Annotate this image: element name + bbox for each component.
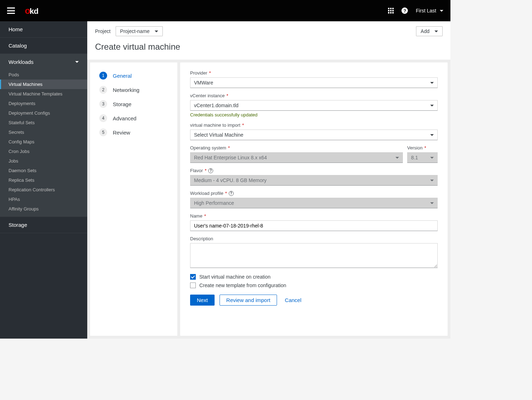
name-field: Name * [190, 213, 438, 231]
start-on-creation-checkbox[interactable] [190, 274, 196, 280]
step-label: Storage [113, 101, 132, 107]
step-label: Advanced [113, 115, 137, 121]
step-label: Review [113, 130, 130, 136]
menu-toggle-button[interactable] [7, 7, 15, 14]
vcenter-field: vCenter instance * vCenter1.domain.tld C… [190, 93, 438, 117]
os-label: Operating system [190, 145, 226, 150]
review-and-import-button[interactable]: Review and import [220, 295, 277, 306]
step-number: 5 [99, 128, 107, 136]
description-field: Description [190, 236, 438, 269]
version-select[interactable]: 8.1 [407, 152, 438, 163]
logo: o kd [25, 5, 38, 16]
add-label: Add [421, 28, 430, 34]
wizard-step-networking[interactable]: 2 Networking [99, 86, 168, 94]
add-button[interactable]: Add [416, 26, 443, 36]
wizard-step-review[interactable]: 5 Review [99, 128, 168, 136]
provider-value: VMWare [194, 80, 213, 86]
step-number: 1 [99, 72, 107, 80]
chevron-down-icon [434, 31, 438, 32]
wizard-step-general[interactable]: 1 General [99, 72, 168, 80]
step-label: Networking [113, 87, 139, 93]
description-label: Description [190, 236, 213, 241]
sidebar-sub-stateful-sets[interactable]: Stateful Sets [0, 118, 87, 127]
sidebar-sub-deployments[interactable]: Deployments [0, 99, 87, 108]
sidebar-sub-hpas[interactable]: HPAs [0, 194, 87, 204]
vcenter-select[interactable]: vCenter1.domain.tld [190, 100, 438, 111]
chevron-down-icon [430, 202, 434, 204]
required-icon: * [242, 122, 244, 128]
sidebar-sub-secrets[interactable]: Secrets [0, 127, 87, 137]
sidebar-sub-deployment-configs[interactable]: Deployment Configs [0, 108, 87, 118]
page-title: Create virtual machine [87, 36, 450, 60]
chevron-down-icon [430, 134, 434, 136]
sidebar-sub-jobs[interactable]: Jobs [0, 156, 87, 166]
user-menu[interactable]: First Last [416, 8, 443, 13]
topbar-icons: ? First Last [388, 7, 443, 14]
sidebar-sub-vms[interactable]: Virtual Machines [0, 80, 87, 89]
step-label: General [113, 73, 132, 79]
wizard-step-advanced[interactable]: 4 Advanced [99, 114, 168, 122]
provider-select[interactable]: VMWare [190, 77, 438, 88]
step-number: 2 [99, 86, 107, 94]
project-name: Project-name [120, 28, 150, 34]
chevron-down-icon [440, 10, 443, 12]
workloads-subitems: Pods Virtual Machines Virtual Machine Te… [0, 70, 87, 217]
sidebar-item-home[interactable]: Home [0, 21, 87, 38]
sidebar-sub-affinity-groups[interactable]: Affinity Groups [0, 204, 87, 214]
chevron-down-icon [430, 157, 434, 159]
step-number: 4 [99, 114, 107, 122]
sidebar: Home Catalog Workloads Pods Virtual Mach… [0, 21, 87, 339]
workload-profile-field: Workload profile * ? High Performance [190, 191, 438, 208]
sidebar-item-storage[interactable]: Storage [0, 217, 87, 233]
step-number: 3 [99, 100, 107, 108]
create-template-checkbox[interactable] [190, 283, 196, 288]
wizard-step-storage[interactable]: 3 Storage [99, 100, 168, 108]
sidebar-item-label: Workloads [9, 59, 34, 65]
vm-import-field: virtual machine to import * Select Virtu… [190, 122, 438, 140]
sidebar-item-workloads[interactable]: Workloads [0, 54, 87, 70]
chevron-down-icon [395, 157, 399, 159]
help-icon[interactable]: ? [401, 7, 408, 14]
os-select[interactable]: Red Hat Enterprise Linux 8.x x64 [190, 152, 403, 163]
flavor-label: Flavor [190, 168, 203, 173]
sidebar-item-catalog[interactable]: Catalog [0, 38, 87, 54]
next-button[interactable]: Next [190, 295, 215, 306]
project-selector[interactable]: Project-name [116, 26, 163, 36]
name-input[interactable] [190, 220, 438, 231]
main: Project Project-name Add Create virtual … [87, 21, 450, 339]
flavor-value: Medium - 4 vCPU. 8 GB Memory [194, 177, 267, 183]
chevron-down-icon [430, 105, 434, 106]
os-value: Red Hat Enterprise Linux 8.x x64 [194, 155, 267, 160]
required-icon: * [228, 145, 230, 150]
sidebar-sub-vm-templates[interactable]: Virtual Machine Templates [0, 89, 87, 99]
sidebar-sub-pods[interactable]: Pods [0, 70, 87, 80]
start-on-creation-row: Start virtual machine on creation [190, 274, 438, 280]
workload-profile-value: High Performance [194, 200, 234, 206]
version-field: Version * 8.1 [407, 145, 438, 163]
info-icon[interactable]: ? [208, 168, 213, 173]
vm-import-value: Select Virtual Machine [194, 132, 243, 138]
workload-profile-select[interactable]: High Performance [190, 198, 438, 208]
description-textarea[interactable] [190, 243, 438, 268]
required-icon: * [204, 213, 206, 219]
os-field: Operating system * Red Hat Enterprise Li… [190, 145, 403, 163]
sidebar-sub-daemon-sets[interactable]: Daemon Sets [0, 166, 87, 175]
flavor-select[interactable]: Medium - 4 vCPU. 8 GB Memory [190, 175, 438, 186]
form-panel: Provider * VMWare vCenter instance * vCe… [180, 62, 448, 336]
version-value: 8.1 [411, 155, 418, 160]
sidebar-sub-config-maps[interactable]: Config Maps [0, 137, 87, 147]
vm-import-select[interactable]: Select Virtual Machine [190, 130, 438, 140]
sidebar-sub-cron-jobs[interactable]: Cron Jobs [0, 147, 87, 156]
required-icon: * [225, 191, 227, 196]
info-icon[interactable]: ? [229, 191, 234, 196]
chevron-down-icon [75, 61, 79, 63]
create-template-row: Create new template from configuration [190, 283, 438, 288]
required-icon: * [209, 70, 211, 76]
sidebar-sub-replica-sets[interactable]: Replica Sets [0, 175, 87, 185]
cancel-button[interactable]: Cancel [282, 295, 304, 305]
content-area: 1 General 2 Networking 3 Storage 4 Advan… [87, 60, 450, 339]
project-bar: Project Project-name Add [87, 21, 450, 36]
sidebar-sub-replication-controllers[interactable]: Replication Controllers [0, 185, 87, 194]
apps-icon[interactable] [388, 8, 394, 13]
create-template-label: Create new template from configuration [199, 283, 286, 288]
